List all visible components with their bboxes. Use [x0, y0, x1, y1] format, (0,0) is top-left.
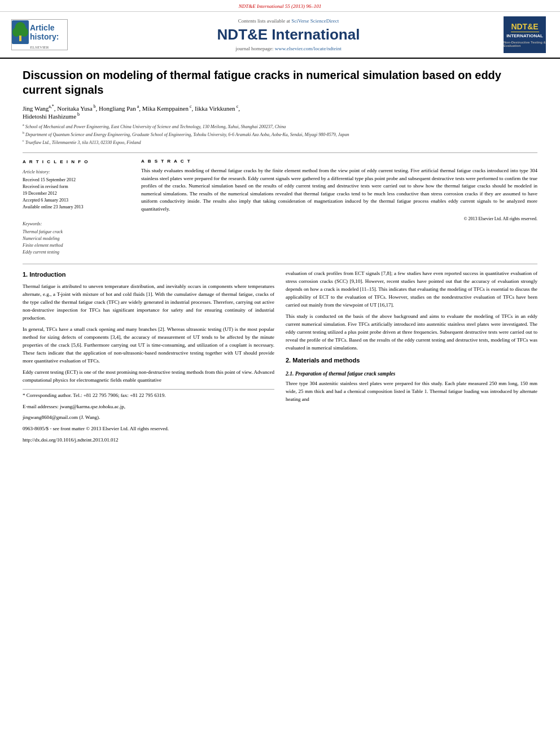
- keyword-1: Thermal fatigue crack: [23, 229, 130, 235]
- intro-para-3: Eddy current testing (ECT) is one of the…: [23, 369, 274, 385]
- abstract-text: This study evaluates modeling of thermal…: [141, 167, 537, 213]
- journal-title: NDT&E International: [79, 26, 498, 43]
- article-info-col: A R T I C L E I N F O Article history: R…: [23, 159, 130, 256]
- info-abstract-row: A R T I C L E I N F O Article history: R…: [23, 159, 537, 256]
- abstract-col: A B S T R A C T This study evaluates mod…: [141, 159, 537, 256]
- body-col-left: 1. Introduction Thermal fatigue is attri…: [23, 270, 274, 448]
- ndte-logo-box: NDT&E INTERNATIONAL Non-Destructive Test…: [504, 16, 546, 53]
- section2-1-heading: 2.1. Preparation of thermal fatigue crac…: [286, 370, 537, 378]
- sciverse-link[interactable]: SciVerse ScienceDirect: [291, 18, 339, 24]
- journal-title-area: Contents lists available at SciVerse Sci…: [79, 18, 498, 51]
- journal-citation: NDT&E International 55 (2013) 96–101: [0, 0, 560, 12]
- keywords-list: Thermal fatigue crack Numerical modeling…: [23, 229, 130, 256]
- accepted-date: Accepted 6 January 2013: [23, 197, 130, 204]
- body-col-right: evaluation of crack profiles from ECT si…: [286, 270, 537, 448]
- authors: Jing Wanga,*, Noritaka Yusa b, Hongliang…: [23, 104, 537, 119]
- keyword-2: Numerical modeling: [23, 235, 130, 242]
- intro-para-2: In general, TFCs have a small crack open…: [23, 326, 274, 365]
- svg-point-2: [12, 28, 20, 37]
- abstract-heading: A B S T R A C T: [141, 159, 537, 164]
- sciverse-line: Contents lists available at SciVerse Sci…: [79, 18, 498, 24]
- article-title: Discussion on modeling of thermal fatigu…: [23, 68, 537, 97]
- intro-para-1: Thermal fatigue is attributed to uneven …: [23, 283, 274, 322]
- elsevier-tagline: ELSEVIER: [30, 45, 49, 50]
- keywords-label: Keywords:: [23, 221, 130, 228]
- keyword-4: Eddy current testing: [23, 249, 130, 256]
- journal-homepage: journal homepage: www.elsevier.com/locat…: [79, 46, 498, 51]
- article-history-label: Article history:: [23, 169, 130, 176]
- section2-heading: 2. Materials and methods: [286, 356, 537, 365]
- article-content: Discussion on modeling of thermal fatigu…: [0, 59, 560, 457]
- journal-header: Article history: ELSEVIER Contents lists…: [0, 12, 560, 59]
- revised-label: Received in revised form: [23, 184, 130, 190]
- svg-point-3: [20, 28, 28, 37]
- homepage-url[interactable]: www.elsevier.com/locate/ndteint: [275, 46, 342, 51]
- received-date: Received 15 September 2012: [23, 177, 130, 184]
- citation-text: NDT&E International 55 (2013) 96–101: [239, 3, 322, 9]
- intro-para-right-2: This study is conducted on the basis of …: [286, 313, 537, 352]
- available-date: Available online 23 January 2013: [23, 204, 130, 211]
- divider-2: [23, 264, 537, 264]
- email-footnote-1: E-mail addresses: jwang@karma.qse.tohoku…: [23, 403, 274, 411]
- issn-info: 0963-8695/$ - see front matter © 2013 El…: [23, 425, 274, 433]
- doi-info: http://dx.doi.org/10.1016/j.ndteint.2013…: [23, 436, 274, 444]
- corresponding-footnote: * Corresponding author. Tel.: +81 22 795…: [23, 392, 274, 400]
- intro-para-right-1: evaluation of crack profiles from ECT si…: [286, 270, 537, 309]
- section1-heading: 1. Introduction: [23, 270, 274, 279]
- article-info-heading: A R T I C L E I N F O: [23, 159, 130, 165]
- homepage-label: journal homepage:: [235, 46, 273, 51]
- elsevier-logo-area: Article history: ELSEVIER: [11, 19, 73, 50]
- logo-subtitle: Non-Destructive Testing & Evaluation: [504, 41, 546, 47]
- body-content: 1. Introduction Thermal fatigue is attri…: [23, 270, 537, 448]
- section2-1-text: Three type 304 austenitic stainless stee…: [286, 380, 537, 404]
- footnote-area: * Corresponding author. Tel.: +81 22 795…: [23, 389, 274, 422]
- sciverse-text: Contents lists available at: [238, 18, 290, 24]
- abstract-copyright: © 2013 Elsevier Ltd. All rights reserved…: [141, 216, 537, 221]
- elsevier-logo: Article history: ELSEVIER: [11, 19, 68, 50]
- keyword-3: Finite element method: [23, 242, 130, 249]
- elsevier-tree-icon: [12, 22, 29, 42]
- international-logo-text: INTERNATIONAL: [506, 33, 543, 38]
- affiliations: a School of Mechanical and Power Enginee…: [23, 123, 537, 146]
- email-footnote-2: jingwang8604@gmail.com (J. Wang).: [23, 414, 274, 422]
- elsevier-label: Article history:: [30, 23, 67, 41]
- divider-1: [23, 152, 537, 153]
- ndt-logo-text: NDT&E: [511, 23, 538, 30]
- journal-logo-right: NDT&E INTERNATIONAL Non-Destructive Test…: [504, 16, 549, 53]
- bottom-info: 0963-8695/$ - see front matter © 2013 El…: [23, 425, 274, 444]
- revised-date: 19 December 2012: [23, 190, 130, 197]
